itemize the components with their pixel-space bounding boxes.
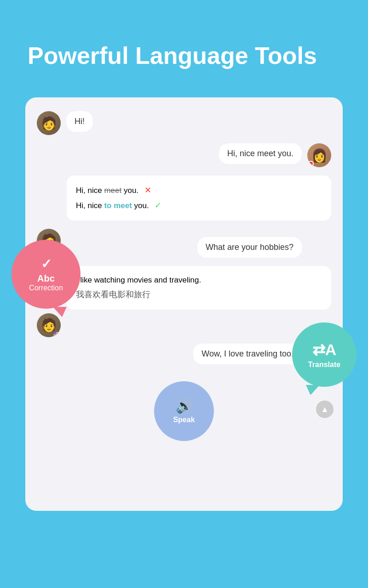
translation-card: I like watching movies and traveling. 我喜…: [67, 266, 331, 310]
message-row: 👩 Wow, I love traveling too.: [37, 344, 331, 368]
original-text: I like watching movies and traveling.: [76, 273, 322, 288]
correct-line: Hi, nice to meet you. ✓: [76, 198, 322, 213]
message-text: What are your hobbies?: [206, 243, 293, 252]
message-row: 🧑 Hi!: [37, 111, 331, 135]
speak-label: Speak: [173, 416, 195, 424]
message-bubble: What are your hobbies?: [197, 237, 302, 258]
page-title: Powerful Language Tools: [0, 0, 368, 97]
message-row: 👩 Hi, nice meet you.: [37, 143, 331, 167]
speak-icon: 🔊: [176, 398, 193, 414]
message-text: Hi, nice meet you.: [227, 149, 293, 158]
abc-title: Abc: [37, 273, 55, 284]
correct-word: to meet: [104, 201, 132, 210]
message-bubble: Hi!: [66, 111, 93, 132]
flag-badge: 🇺🇸: [53, 331, 61, 337]
chat-container: ✓ Abc Correction ⇄A Translate ▲ 🧑 Hi! 👩 …: [25, 97, 343, 511]
avatar-row-2: 🧑 🇺🇸: [37, 313, 331, 337]
translate-label: Translate: [308, 361, 340, 369]
translated-text: 我喜欢看电影和旅行: [76, 287, 322, 302]
message-bubble: Hi, nice meet you.: [219, 143, 302, 164]
speak-bubble[interactable]: 🔊 Speak: [154, 381, 214, 441]
correction-card: Hi, nice meet you. ✕ Hi, nice to meet yo…: [67, 175, 331, 220]
check-mark: ✓: [155, 201, 161, 210]
abc-subtitle: Correction: [29, 284, 63, 292]
message-row: What are your hobbies?: [37, 237, 331, 258]
wrong-word: meet: [104, 186, 121, 195]
message-text: Hi!: [75, 117, 85, 126]
scroll-up-button[interactable]: ▲: [316, 401, 334, 418]
avatar: 🧑: [37, 111, 61, 135]
check-symbol: ✓: [41, 256, 52, 271]
x-mark: ✕: [144, 186, 151, 195]
translate-bubble[interactable]: ⇄A Translate: [292, 322, 356, 387]
avatar-face: 🧑: [37, 111, 61, 135]
abc-correction-bubble[interactable]: ✓ Abc Correction: [12, 240, 80, 309]
translate-icon: ⇄A: [312, 340, 337, 359]
wrong-line: Hi, nice meet you. ✕: [76, 183, 322, 198]
message-bubble: Wow, I love traveling too.: [193, 344, 302, 364]
message-text: Wow, I love traveling too.: [201, 349, 293, 358]
avatar: 👩: [307, 143, 331, 167]
